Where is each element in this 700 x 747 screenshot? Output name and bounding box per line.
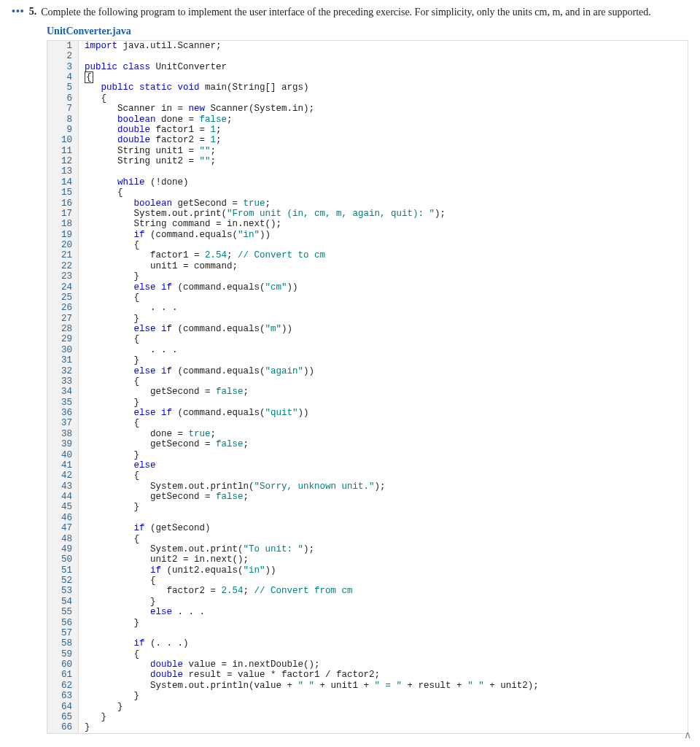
code-line: 61 double result = value * factor1 / fac… <box>47 670 688 680</box>
line-source: public class UnitConverter <box>79 62 227 72</box>
line-number: 11 <box>47 146 79 156</box>
filename-label: UnitConverter.java <box>47 26 688 37</box>
code-line: 8 boolean done = false; <box>47 115 688 125</box>
line-source: } <box>79 398 139 408</box>
line-source: factor2 = 2.54; // Convert from cm <box>79 586 353 596</box>
code-line: 40 } <box>47 450 688 460</box>
code-line: 29 { <box>47 334 688 344</box>
line-source: double factor1 = 1; <box>79 125 222 135</box>
line-source: } <box>79 355 139 365</box>
problem-number: 5. <box>29 6 37 18</box>
line-number: 24 <box>47 282 79 293</box>
line-number: 39 <box>47 439 79 449</box>
line-source: Scanner in = new Scanner(System.in); <box>79 104 314 114</box>
line-source: } <box>79 618 139 628</box>
line-number: 13 <box>47 166 79 177</box>
code-line: 43 System.out.println("Sorry, unknown un… <box>47 481 688 492</box>
line-number: 34 <box>47 387 79 397</box>
code-line: 41 else <box>47 460 688 471</box>
line-source: { <box>79 187 123 198</box>
line-number: 5 <box>47 82 79 93</box>
code-line: 55 else . . . <box>47 607 688 617</box>
line-source: double result = value * factor1 / factor… <box>79 670 380 680</box>
line-source: } <box>79 314 139 324</box>
code-line: 11 String unit1 = ""; <box>47 146 688 156</box>
line-source: } <box>79 502 139 512</box>
code-line: 9 double factor1 = 1; <box>47 125 688 135</box>
code-line: 46 <box>47 513 688 523</box>
code-line: 30 . . . <box>47 345 688 355</box>
code-line: 21 factor1 = 2.54; // Convert to cm <box>47 250 688 260</box>
code-line: 34 getSecond = false; <box>47 387 688 397</box>
line-source: } <box>79 712 106 722</box>
scroll-up-icon[interactable]: ∧ <box>684 729 691 740</box>
line-number: 43 <box>47 481 79 492</box>
line-number: 53 <box>47 586 79 596</box>
code-line: 62 System.out.println(value + " " + unit… <box>47 681 688 691</box>
line-source: if (. . .) <box>79 638 189 649</box>
line-number: 60 <box>47 659 79 670</box>
line-source <box>79 166 85 177</box>
line-number: 59 <box>47 649 79 659</box>
code-line: 45 } <box>47 502 688 512</box>
line-source: System.out.print("From unit (in, cm, m, … <box>79 209 446 219</box>
line-number: 2 <box>47 51 79 61</box>
line-source: { <box>79 471 139 481</box>
code-line: 23 } <box>47 271 688 282</box>
code-line: 37 { <box>47 418 688 428</box>
line-number: 31 <box>47 355 79 365</box>
code-line: 56 } <box>47 618 688 628</box>
line-source <box>79 513 85 523</box>
line-source: } <box>79 597 156 607</box>
line-number: 22 <box>47 261 79 271</box>
code-line: 54 } <box>47 597 688 607</box>
line-number: 52 <box>47 576 79 586</box>
line-source: else if (command.equals("quit")) <box>79 408 309 418</box>
line-source <box>79 628 85 638</box>
code-line: 1import java.util.Scanner; <box>47 41 688 51</box>
line-number: 42 <box>47 471 79 481</box>
line-number: 16 <box>47 198 79 209</box>
line-number: 57 <box>47 628 79 638</box>
line-number: 40 <box>47 450 79 460</box>
code-line: 42 { <box>47 471 688 481</box>
line-source: System.out.println(value + " " + unit1 +… <box>79 681 539 691</box>
code-line: 51 if (unit2.equals("in")) <box>47 565 688 576</box>
code-line: 22 unit1 = command; <box>47 261 688 271</box>
line-source: else . . . <box>79 607 205 617</box>
line-source: { <box>79 534 139 544</box>
code-line: 6 { <box>47 93 688 104</box>
line-source: { <box>79 376 139 387</box>
line-number: 33 <box>47 376 79 387</box>
line-number: 19 <box>47 230 79 240</box>
line-source: . . . <box>79 345 178 355</box>
line-number: 21 <box>47 250 79 260</box>
code-line: 44 getSecond = false; <box>47 492 688 502</box>
line-source: { <box>79 72 93 82</box>
line-number: 56 <box>47 618 79 628</box>
line-number: 30 <box>47 345 79 355</box>
difficulty-dots: ••• <box>12 6 25 18</box>
line-source: { <box>79 649 139 659</box>
code-line: 25 { <box>47 293 688 303</box>
code-line: 19 if (command.equals("in")) <box>47 230 688 240</box>
code-line: 15 { <box>47 187 688 198</box>
line-source: done = true; <box>79 429 216 439</box>
code-line: 50 unit2 = in.next(); <box>47 554 688 565</box>
code-line: 49 System.out.print("To unit: "); <box>47 544 688 554</box>
line-source: unit1 = command; <box>79 261 238 271</box>
line-source: else if (command.equals("cm")) <box>79 282 298 293</box>
code-line: 31 } <box>47 355 688 365</box>
line-number: 50 <box>47 554 79 565</box>
code-line: 66} <box>47 722 688 732</box>
problem-text: Complete the following program to implem… <box>41 6 651 20</box>
line-number: 7 <box>47 104 79 114</box>
line-source: factor1 = 2.54; // Convert to cm <box>79 250 325 260</box>
line-number: 61 <box>47 670 79 680</box>
code-line: 53 factor2 = 2.54; // Convert from cm <box>47 586 688 596</box>
problem-header: ••• 5. Complete the following program to… <box>12 6 688 20</box>
line-source: if (command.equals("in")) <box>79 230 271 240</box>
line-source: getSecond = false; <box>79 492 249 502</box>
line-source: getSecond = false; <box>79 387 249 397</box>
line-number: 28 <box>47 324 79 334</box>
